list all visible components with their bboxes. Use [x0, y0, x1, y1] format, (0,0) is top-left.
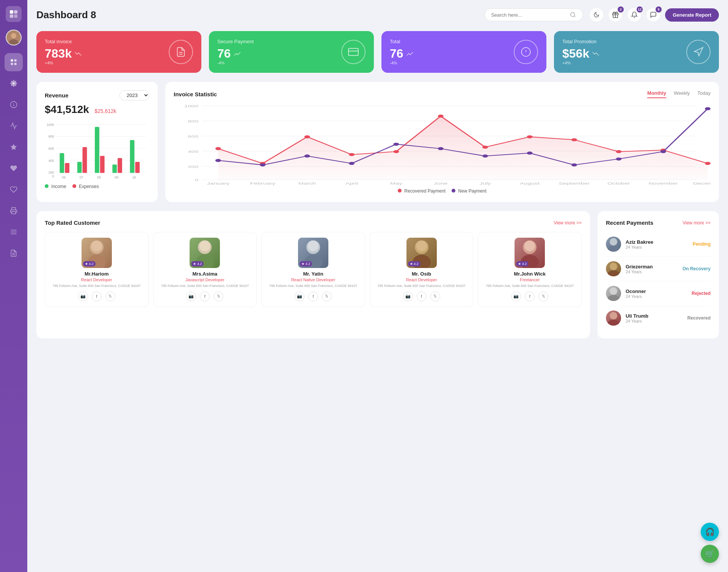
avatar[interactable]	[6, 30, 22, 45]
income-legend: Income	[45, 184, 66, 189]
customer-name-asima: Mrs.Asima	[157, 271, 253, 277]
stat-card-total-invoice[interactable]: Total invoice 783k +4%	[36, 31, 201, 73]
sidebar-item-print[interactable]	[5, 202, 23, 220]
sidebar-item-liked[interactable]	[5, 159, 23, 177]
twitter-asima[interactable]: 𝕏	[213, 291, 223, 301]
payment-avatar-griezerman	[606, 261, 621, 276]
payment-item-uli: Uli Trumb 24 Years Recovered	[606, 306, 711, 330]
customer-role-asima: Javascript Developer	[157, 277, 253, 282]
stat-icon-total	[514, 40, 538, 64]
twitter-johnwick[interactable]: 𝕏	[538, 291, 548, 301]
payment-status-griezerman: On Recovery	[682, 266, 711, 271]
tab-today[interactable]: Today	[697, 90, 711, 98]
customer-name-hariom: Mr.Hariom	[49, 271, 144, 277]
sidebar-logo[interactable]	[6, 6, 22, 22]
svg-rect-0	[10, 10, 13, 14]
sidebar-item-dashboard[interactable]	[5, 53, 23, 71]
tab-monthly[interactable]: Monthly	[647, 90, 666, 98]
customer-photo-yatin: ★ 4.2	[298, 238, 328, 268]
facebook-johnwick[interactable]: f	[525, 291, 535, 301]
payment-age-oconner: 24 Years	[626, 294, 687, 299]
customer-role-osib: React Developer	[374, 277, 469, 282]
stat-card-total[interactable]: Total 76 -4%	[381, 31, 546, 73]
sidebar-item-settings[interactable]	[5, 74, 23, 92]
tab-weekly[interactable]: Weekly	[674, 90, 690, 98]
svg-point-87	[393, 143, 399, 146]
rating-badge-yatin: ★ 4.2	[300, 261, 312, 266]
stats-row: Total invoice 783k +4% Secure Payment	[36, 31, 719, 73]
svg-text:February: February	[250, 182, 275, 185]
revenue-amount: $41,512k	[45, 103, 89, 115]
svg-point-21	[571, 13, 575, 17]
search-bar[interactable]	[485, 8, 583, 21]
svg-point-93	[661, 150, 666, 153]
svg-point-94	[705, 107, 711, 110]
svg-rect-46	[83, 147, 87, 173]
payments-view-more[interactable]: View more >>	[682, 220, 711, 226]
sidebar-item-reports[interactable]	[5, 244, 23, 262]
social-icons-hariom: 📷 f 𝕏	[49, 291, 144, 301]
instagram-osib[interactable]: 📷	[403, 291, 413, 301]
customers-card: Top Rated Customer View more >> ★ 4.2 Mr…	[36, 211, 590, 338]
facebook-osib[interactable]: f	[417, 291, 427, 301]
payment-avatar-oconner	[606, 286, 621, 301]
sidebar-item-analytics[interactable]	[5, 117, 23, 135]
payment-item-oconner: Oconner 24 Years Rejected	[606, 281, 711, 306]
facebook-yatin[interactable]: f	[308, 291, 318, 301]
dark-mode-toggle[interactable]	[589, 8, 604, 22]
social-icons-asima: 📷 f 𝕏	[157, 291, 253, 301]
payment-item-aziz: Aziz Bakree 24 Years Pending	[606, 232, 711, 257]
sidebar-item-wishlist[interactable]	[5, 180, 23, 199]
instagram-yatin[interactable]: 📷	[295, 291, 304, 301]
generate-report-button[interactable]: Generate Report	[665, 8, 719, 22]
recovered-dot	[398, 189, 402, 193]
search-input[interactable]	[491, 12, 567, 18]
payment-name-uli: Uli Trumb	[626, 313, 683, 319]
svg-point-89	[482, 155, 488, 158]
svg-rect-45	[77, 162, 82, 173]
svg-point-79	[571, 138, 577, 141]
facebook-hariom[interactable]: f	[92, 291, 102, 301]
svg-rect-51	[130, 140, 135, 173]
twitter-yatin[interactable]: 𝕏	[322, 291, 332, 301]
instagram-asima[interactable]: 📷	[186, 291, 196, 301]
customers-title: Top Rated Customer	[45, 219, 100, 226]
instagram-hariom[interactable]: 📷	[78, 291, 88, 301]
sidebar-item-info[interactable]	[5, 96, 23, 114]
svg-text:October: October	[607, 182, 630, 185]
svg-rect-49	[112, 165, 117, 173]
year-select[interactable]: 202320222021	[119, 90, 149, 100]
customers-view-more[interactable]: View more >>	[554, 220, 582, 226]
sidebar-item-favorites[interactable]	[5, 138, 23, 156]
svg-text:August: August	[520, 182, 540, 185]
stat-trend-invoice: +4%	[45, 61, 82, 65]
twitter-osib[interactable]: 𝕏	[430, 291, 440, 301]
svg-text:1000: 1000	[47, 123, 54, 127]
instagram-johnwick[interactable]: 📷	[511, 291, 521, 301]
payment-age-griezerman: 24 Years	[626, 270, 678, 274]
new-payment-dot	[452, 189, 455, 193]
fab-cart[interactable]: 🛒	[701, 545, 719, 563]
header: Dashboard 8 2	[36, 8, 719, 22]
svg-point-77	[482, 146, 488, 149]
stat-label-secure: Secure Payment	[217, 39, 254, 44]
messages-icon-btn[interactable]: 5	[646, 8, 661, 22]
facebook-asima[interactable]: f	[200, 291, 210, 301]
gifts-icon-btn[interactable]: 2	[608, 8, 623, 22]
customer-photo-osib: ★ 4.2	[406, 238, 437, 268]
sidebar-item-menu[interactable]	[5, 223, 23, 241]
notifications-icon-btn[interactable]: 12	[627, 8, 642, 22]
twitter-hariom[interactable]: 𝕏	[105, 291, 115, 301]
stat-trend-promotion: +4%	[562, 61, 599, 65]
svg-point-128	[610, 312, 617, 320]
svg-point-90	[527, 152, 533, 155]
stat-card-secure-payment[interactable]: Secure Payment 76 -4%	[209, 31, 374, 73]
customer-addr-hariom: 795 Folsom Ave, Suite 600 San Francisco,…	[49, 284, 144, 288]
bottom-row: Top Rated Customer View more >> ★ 4.2 Mr…	[36, 211, 719, 338]
stat-card-promotion[interactable]: Total Promotion $56k +4%	[554, 31, 719, 73]
stat-value-promotion: $56k	[562, 47, 599, 61]
stat-value-invoice: 783k	[45, 47, 82, 61]
svg-point-92	[616, 157, 621, 160]
svg-rect-8	[14, 60, 17, 62]
fab-support[interactable]: 🎧	[701, 523, 719, 541]
